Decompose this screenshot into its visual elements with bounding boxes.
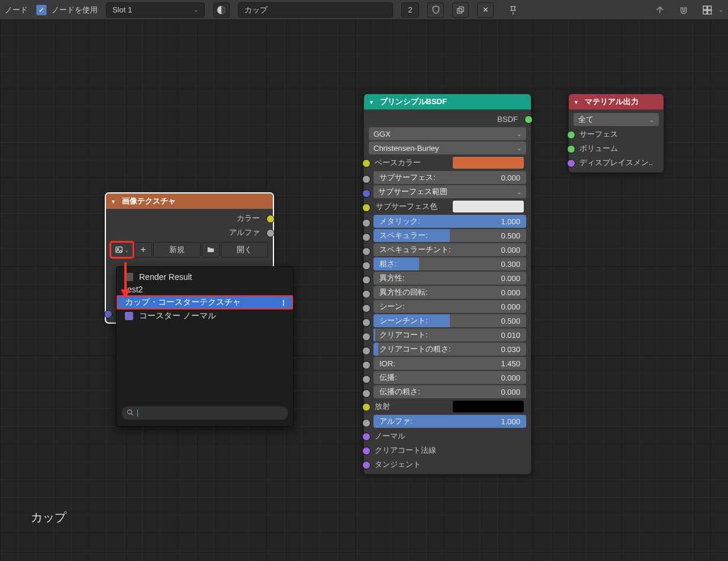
- socket-bsdf[interactable]: [524, 115, 533, 124]
- slot-select[interactable]: Slot 1 ⌄: [106, 2, 205, 18]
- close-icon[interactable]: ✕: [477, 2, 494, 18]
- image-list-menu[interactable]: Render Result test2 カップ・コースターテクスチャ I コース…: [116, 266, 294, 427]
- socket-alpha[interactable]: [266, 229, 275, 237]
- param-slider[interactable]: スペキュラーチント:0.000: [373, 243, 526, 256]
- socket-param[interactable]: [362, 276, 371, 284]
- param-slider[interactable]: スペキュラー:0.500: [373, 229, 526, 242]
- param-slider[interactable]: IOR:1.450: [373, 357, 526, 370]
- base-color-row[interactable]: ベースカラー: [366, 156, 529, 170]
- color-swatch[interactable]: [453, 201, 524, 212]
- image-item-label: カップ・コースターテクスチャ: [125, 297, 241, 308]
- param-alpha[interactable]: アルファ: 1.000: [373, 415, 526, 428]
- param-value: 0.000: [501, 246, 520, 254]
- image-list-item[interactable]: test2: [118, 283, 292, 295]
- param-value: 0.500: [501, 231, 520, 240]
- socket-tangent[interactable]: [362, 461, 371, 469]
- folder-icon[interactable]: [202, 242, 220, 257]
- layout-icon[interactable]: [700, 3, 715, 17]
- material-sphere-icon[interactable]: [213, 2, 230, 18]
- image-list-item[interactable]: コースター ノーマル: [118, 309, 292, 322]
- socket-param[interactable]: [362, 375, 371, 383]
- socket-param[interactable]: [362, 361, 371, 369]
- socket-param[interactable]: [362, 233, 371, 241]
- socket-param[interactable]: [362, 333, 371, 341]
- param-label: 異方性:: [379, 273, 405, 283]
- socket-param[interactable]: [362, 304, 371, 312]
- color-swatch[interactable]: [453, 157, 524, 169]
- param-slider[interactable]: シーンチント:0.500: [373, 314, 526, 327]
- use-nodes-group[interactable]: ✓ ノードを使用: [36, 5, 98, 15]
- snap-icon[interactable]: [676, 3, 691, 17]
- socket-vector[interactable]: [104, 310, 112, 318]
- image-list-item[interactable]: Render Result: [118, 270, 292, 283]
- socket-volume[interactable]: [567, 145, 575, 153]
- param-swatch-row[interactable]: サブサーフェス色: [366, 199, 529, 214]
- socket-param[interactable]: [362, 389, 371, 398]
- node-header[interactable]: 画像テクスチャ: [106, 194, 273, 209]
- image-list-item-selected[interactable]: カップ・コースターテクスチャ I: [117, 295, 293, 309]
- distribution-select[interactable]: GGX⌄: [369, 127, 526, 140]
- param-slider[interactable]: サブサーフェス:0.000: [373, 171, 526, 184]
- param-slider[interactable]: メタリック:1.000: [373, 215, 526, 228]
- sss-method-select[interactable]: Christensen-Burley⌄: [369, 141, 526, 154]
- open-image-button[interactable]: 開く: [221, 242, 268, 257]
- target-select[interactable]: 全て⌄: [574, 113, 659, 126]
- users-count[interactable]: 2: [401, 2, 419, 18]
- displacement-row[interactable]: ディスプレイスメン..: [571, 156, 661, 170]
- emission-row[interactable]: 放射: [366, 399, 529, 414]
- param-slider[interactable]: 粗さ:0.300: [373, 257, 526, 270]
- param-value: 0.000: [501, 388, 520, 396]
- image-list-search[interactable]: [121, 406, 288, 420]
- principled-bsdf-node[interactable]: プリンシプルBSDF BSDF GGX⌄ Christensen-Burley⌄…: [363, 94, 531, 475]
- node-header[interactable]: マテリアル出力: [569, 94, 663, 109]
- material-output-node[interactable]: マテリアル出力 全て⌄ サーフェス ボリューム ディスプレイスメン..: [568, 94, 664, 173]
- param-drop[interactable]: サブサーフェス範囲⌄: [373, 185, 526, 198]
- output-alpha[interactable]: アルファ: [108, 225, 270, 240]
- socket-param[interactable]: [362, 219, 371, 227]
- param-slider[interactable]: 異方性の回転:0.000: [373, 286, 526, 299]
- socket-param[interactable]: [362, 247, 371, 256]
- param-value: 1.450: [501, 359, 520, 368]
- node-editor-canvas[interactable]: 画像テクスチャ カラー アルファ ⌄ + 新規 開く: [0, 20, 728, 561]
- normal-row[interactable]: ノーマル: [366, 429, 529, 443]
- new-image-button[interactable]: 新規: [153, 242, 201, 257]
- tangent-row[interactable]: タンジェント: [366, 457, 529, 472]
- shield-icon[interactable]: [427, 2, 444, 18]
- output-color[interactable]: カラー: [108, 211, 270, 225]
- socket-displacement[interactable]: [567, 159, 575, 167]
- surface-row[interactable]: サーフェス: [571, 127, 661, 141]
- param-slider[interactable]: クリアコート:0.010: [373, 328, 526, 341]
- material-name-text: カップ: [244, 5, 268, 15]
- socket-emission[interactable]: [362, 403, 371, 411]
- socket-param[interactable]: [362, 189, 371, 198]
- param-slider[interactable]: クリアコートの粗さ:0.030: [373, 343, 526, 356]
- volume-row[interactable]: ボリューム: [571, 141, 661, 156]
- add-image-button[interactable]: +: [134, 242, 152, 257]
- socket-alpha[interactable]: [362, 419, 371, 427]
- socket-param[interactable]: [362, 290, 371, 298]
- socket-surface[interactable]: [567, 131, 575, 139]
- cc-normal-row[interactable]: クリアコート法線: [366, 443, 529, 457]
- node-header[interactable]: プリンシプルBSDF: [364, 94, 531, 109]
- chevron-down-icon: ⌄: [194, 7, 198, 13]
- socket-param[interactable]: [362, 318, 371, 327]
- pin-icon[interactable]: [505, 3, 521, 17]
- socket-color[interactable]: [266, 215, 275, 223]
- socket-cc-normal[interactable]: [362, 447, 371, 455]
- socket-normal[interactable]: [362, 433, 371, 441]
- param-slider[interactable]: シーン:0.000: [373, 300, 526, 313]
- parent-up-icon[interactable]: [652, 3, 668, 17]
- socket-param[interactable]: [362, 262, 371, 270]
- param-label: スペキュラーチント:: [379, 244, 451, 255]
- image-browse-button[interactable]: ⌄: [111, 242, 133, 257]
- socket-base-color[interactable]: [362, 159, 371, 167]
- socket-param[interactable]: [362, 175, 371, 183]
- param-slider[interactable]: 異方性:0.000: [373, 272, 526, 285]
- param-slider[interactable]: 伝播の粗さ:0.000: [373, 385, 526, 398]
- duplicate-icon[interactable]: [452, 2, 469, 18]
- color-swatch[interactable]: [453, 401, 524, 412]
- param-slider[interactable]: 伝播:0.000: [373, 371, 526, 384]
- output-bsdf[interactable]: BSDF: [366, 112, 529, 126]
- material-name-field[interactable]: カップ: [238, 2, 393, 18]
- socket-param[interactable]: [362, 347, 371, 355]
